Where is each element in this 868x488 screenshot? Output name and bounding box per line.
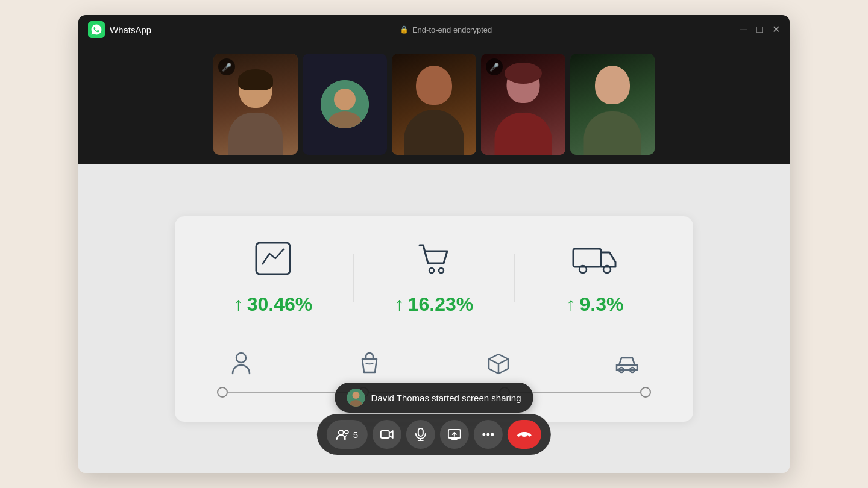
stat-value-chart: ↑ 30.46% [234, 293, 313, 316]
svg-rect-4 [256, 243, 290, 274]
stat-item-delivery: ↑ 9.3% [527, 240, 663, 316]
participant-video-3[interactable] [392, 54, 476, 155]
participant-avatar-2 [321, 80, 369, 128]
notification-toast: David Thomas started screen sharing [335, 383, 533, 413]
participant-video-2[interactable] [303, 54, 387, 155]
timeline-icon-bag [351, 352, 388, 375]
stat-arrow-chart: ↑ [234, 293, 244, 316]
encryption-label: End-to-end endcrypted [412, 25, 492, 34]
delivery-icon [571, 240, 619, 281]
svg-point-6 [439, 268, 444, 273]
participant-video-1[interactable]: 🎤 [213, 54, 298, 155]
svg-point-5 [429, 268, 434, 273]
timeline-icon-car [609, 352, 645, 375]
window-controls: ─ □ ✕ [740, 25, 780, 34]
svg-point-2 [334, 89, 356, 110]
stat-arrow-delivery: ↑ [567, 293, 576, 316]
participants-icon [336, 429, 350, 440]
svg-point-15 [352, 392, 359, 399]
svg-rect-20 [418, 428, 423, 436]
stat-arrow-cart: ↑ [395, 293, 404, 316]
participant-video-4[interactable]: 🎤 [481, 54, 565, 155]
video-strip: 🎤 [78, 44, 790, 164]
video-toggle-button[interactable] [373, 420, 401, 449]
stat-item-chart: ↑ 30.46% [205, 240, 341, 316]
app-window: WhatsApp 🔒 End-to-end endcrypted ─ □ ✕ 🎤 [78, 15, 790, 473]
video-icon [380, 429, 394, 440]
maximize-button[interactable]: □ [756, 25, 763, 34]
lock-icon: 🔒 [400, 25, 409, 34]
stat-value-delivery: ↑ 9.3% [567, 293, 624, 316]
cart-icon [415, 240, 453, 281]
timeline-icon-box [480, 352, 517, 375]
participant-video-5[interactable] [570, 54, 655, 155]
participants-button[interactable]: 5 [327, 420, 368, 449]
stats-row: ↑ 30.46% ↑ [205, 240, 663, 316]
end-call-icon [517, 430, 532, 439]
mute-indicator-4: 🎤 [486, 58, 503, 75]
toast-message: David Thomas started screen sharing [371, 393, 521, 403]
timeline-dot-4 [640, 387, 651, 398]
call-controls: 5 [317, 414, 551, 455]
mute-indicator-1: 🎤 [218, 58, 235, 75]
encryption-badge: 🔒 End-to-end endcrypted [151, 25, 740, 34]
whatsapp-logo-icon [88, 21, 105, 38]
more-icon [482, 433, 494, 436]
toast-avatar [347, 389, 365, 407]
svg-point-27 [483, 433, 486, 436]
svg-point-17 [339, 430, 344, 435]
timeline-icon-person [223, 352, 259, 375]
main-content: ↑ 30.46% ↑ [78, 164, 790, 473]
screen-share-button[interactable] [440, 420, 469, 449]
mic-toggle-button[interactable] [406, 420, 435, 449]
titlebar: WhatsApp 🔒 End-to-end endcrypted ─ □ ✕ [78, 15, 790, 44]
svg-rect-7 [573, 249, 601, 267]
close-button[interactable]: ✕ [772, 25, 780, 34]
svg-rect-19 [381, 431, 389, 438]
stat-value-cart: ↑ 16.23% [395, 293, 474, 316]
svg-point-10 [236, 353, 246, 363]
minimize-button[interactable]: ─ [740, 25, 747, 34]
svg-point-18 [345, 430, 348, 434]
stat-item-cart: ↑ 16.23% [366, 240, 502, 316]
screen-share-icon [448, 429, 461, 440]
app-name: WhatsApp [110, 25, 151, 35]
timeline-dot-1 [217, 387, 228, 398]
more-options-button[interactable] [474, 420, 503, 449]
mic-icon [415, 428, 426, 441]
participants-count: 5 [353, 430, 358, 440]
end-call-button[interactable] [508, 420, 541, 449]
timeline-icons [217, 352, 651, 375]
titlebar-left: WhatsApp [88, 21, 151, 38]
svg-point-29 [491, 433, 494, 436]
svg-point-28 [487, 433, 490, 436]
chart-icon [254, 240, 292, 281]
stat-divider-2 [514, 254, 515, 302]
stat-divider-1 [353, 254, 354, 302]
